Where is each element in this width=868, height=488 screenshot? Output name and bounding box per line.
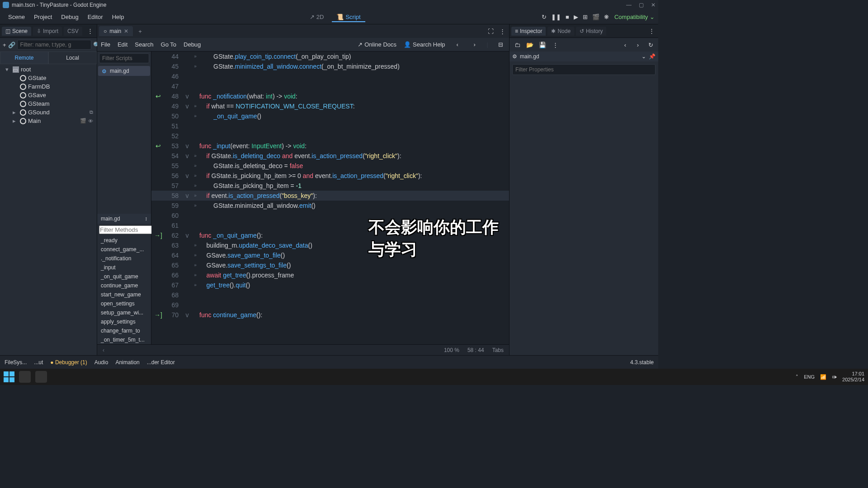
code-line-62[interactable]: →]62vfunc _on_quit_game(): (151, 230, 509, 240)
method-item[interactable]: _on_quit_game (97, 272, 151, 281)
method-item[interactable]: start_new_game (97, 290, 151, 299)
tree-item-farmdb[interactable]: FarmDB (2, 82, 95, 91)
menu-scene[interactable]: Scene (4, 12, 29, 22)
method-item[interactable]: setup_game_wi... (97, 308, 151, 317)
code-line-57[interactable]: 57» GState.is_picking_hp_item = -1 (151, 181, 509, 191)
tray-language[interactable]: ENG (804, 374, 815, 380)
code-line-58[interactable]: 58v» if event.is_action_pressed("boss_ke… (151, 191, 509, 201)
add-node-button[interactable]: + (3, 40, 6, 50)
method-item[interactable]: continue_game (97, 281, 151, 290)
script-menu-goto[interactable]: Go To (161, 41, 176, 48)
switch-local[interactable]: Local (48, 52, 97, 64)
tab-csv[interactable]: CSV (64, 27, 82, 36)
scripts-filter-input[interactable] (99, 53, 149, 63)
online-docs-link[interactable]: ↗ Online Docs (358, 41, 396, 48)
code-line-52[interactable]: 52 (151, 131, 509, 141)
indent-mode[interactable]: Tabs (492, 347, 504, 353)
tab-node[interactable]: ✱ Node (547, 27, 574, 36)
pause-button[interactable]: ❚❚ (551, 14, 561, 20)
code-editor[interactable]: 44» GState.play_coin_tip.connect(_on_pla… (151, 52, 509, 344)
code-line-60[interactable]: 60 (151, 211, 509, 221)
tray-clock[interactable]: 17:01 2025/2/14 (842, 371, 864, 383)
tray-volume-icon[interactable]: 🕪 (832, 374, 837, 380)
history-back-icon[interactable]: ‹ (620, 40, 630, 50)
view-2d-button[interactable]: ↗ 2D (305, 12, 329, 22)
start-button[interactable] (4, 371, 14, 382)
link-node-button[interactable]: 🔗 (8, 40, 15, 50)
play-button[interactable]: ▶ (574, 14, 578, 20)
nav-fwd-button[interactable]: › (470, 40, 480, 50)
code-line-67[interactable]: 67» get_tree().quit() (151, 280, 509, 290)
code-line-45[interactable]: 45» GState.minimized_all_window.connect(… (151, 61, 509, 71)
code-line-54[interactable]: 54v» if GState.is_deleting_deco and even… (151, 151, 509, 161)
code-line-48[interactable]: ↩48vfunc _notification(what: int) -> voi… (151, 91, 509, 101)
history-fwd-icon[interactable]: › (633, 40, 643, 50)
tab-scene[interactable]: ◫ Scene (2, 27, 31, 36)
code-line-69[interactable]: 69 (151, 300, 509, 310)
close-tab-icon[interactable]: ✕ (124, 28, 128, 34)
method-item[interactable]: _input (97, 263, 151, 272)
tree-item-main[interactable]: ▸Main🎬👁 (2, 117, 95, 125)
expand-resource-icon[interactable]: ⌄ (642, 53, 646, 60)
bottom-output[interactable]: ...ut (34, 359, 43, 366)
menu-help[interactable]: Help (108, 12, 129, 22)
script-menu-edit[interactable]: Edit (118, 41, 127, 48)
code-line-47[interactable]: 47 (151, 81, 509, 91)
play-scene-button[interactable]: ⊞ (583, 14, 588, 20)
scene-tab-main[interactable]: ○ main ✕ (99, 26, 133, 36)
nav-back-button[interactable]: ‹ (453, 40, 462, 50)
code-line-63[interactable]: 63» building_m.update_deco_save_data() (151, 240, 509, 250)
render-button[interactable]: ❋ (604, 14, 609, 20)
history-list-icon[interactable]: ↻ (646, 40, 656, 50)
script-menu-file[interactable]: File (101, 41, 110, 48)
code-line-68[interactable]: 68 (151, 290, 509, 300)
toggle-panel-button[interactable]: ⊟ (495, 40, 505, 50)
open-resource-icon[interactable]: 🗀 (512, 40, 522, 50)
maximize-button[interactable]: ▢ (639, 2, 644, 8)
add-tab-button[interactable]: + (135, 28, 146, 35)
tree-item-gsound[interactable]: ▸GSound⧉ (2, 108, 95, 117)
code-line-50[interactable]: 50» _on_quit_game() (151, 111, 509, 121)
tree-item-root[interactable]: ▾▭root (2, 65, 95, 74)
distraction-free-button[interactable]: ⛶ (486, 26, 495, 36)
tree-item-gsteam[interactable]: GSteam (2, 99, 95, 108)
tray-expand-icon[interactable]: ˄ (796, 374, 798, 380)
code-line-56[interactable]: 56v» if GState.is_picking_hp_item >= 0 a… (151, 171, 509, 181)
code-line-65[interactable]: 65» GSave.save_settings_to_file() (151, 260, 509, 270)
script-menu-search[interactable]: Search (135, 41, 153, 48)
tab-inspector[interactable]: ≡ Inspector (511, 27, 546, 36)
method-item[interactable]: apply_settings (97, 317, 151, 326)
code-line-66[interactable]: 66» await get_tree().process_frame (151, 270, 509, 280)
taskbar-app-2[interactable] (35, 371, 47, 383)
stop-button[interactable]: ■ (566, 14, 569, 20)
bottom-filesystem[interactable]: FileSys... (5, 359, 27, 366)
method-item[interactable]: ._notification (97, 254, 151, 263)
renderer-dropdown[interactable]: Compatibility ⌄ (614, 14, 655, 20)
code-line-55[interactable]: 55» GState.is_deleting_deco = false (151, 161, 509, 171)
panel-menu[interactable]: ⋮ (86, 26, 95, 36)
tab-import[interactable]: ⇩ Import (33, 27, 62, 36)
method-item[interactable]: connect_game_... (97, 245, 151, 254)
code-line-53[interactable]: ↩53vfunc _input(event: InputEvent) -> vo… (151, 141, 509, 151)
code-line-46[interactable]: 46 (151, 71, 509, 81)
switch-remote[interactable]: Remote (0, 52, 48, 64)
menu-editor[interactable]: Editor (83, 12, 108, 22)
tray-wifi-icon[interactable]: 📶 (820, 374, 826, 380)
sort-methods-icon[interactable]: ↕ (145, 216, 147, 222)
code-line-59[interactable]: 59» GState.minimized_all_window.emit() (151, 201, 509, 211)
method-item[interactable]: _on_timer_5m_t... (97, 335, 151, 344)
tree-item-gsave[interactable]: GSave (2, 91, 95, 99)
tabs-menu-button[interactable]: ⋮ (497, 26, 507, 36)
save-resource-icon[interactable]: 💾 (538, 40, 547, 50)
method-item[interactable]: change_farm_to (97, 326, 151, 335)
code-line-61[interactable]: 61 (151, 221, 509, 230)
script-item[interactable]: ⚙main.gd (98, 66, 150, 76)
bottom-animation[interactable]: Animation (115, 359, 139, 366)
bottom-audio[interactable]: Audio (94, 359, 108, 366)
reload-button[interactable]: ↻ (542, 14, 547, 20)
load-resource-icon[interactable]: 📂 (525, 40, 535, 50)
resource-menu-icon[interactable]: ⋮ (550, 40, 560, 50)
code-line-51[interactable]: 51 (151, 121, 509, 131)
view-script-button[interactable]: 📜 Script (332, 12, 365, 22)
taskbar-app-1[interactable] (19, 371, 31, 383)
